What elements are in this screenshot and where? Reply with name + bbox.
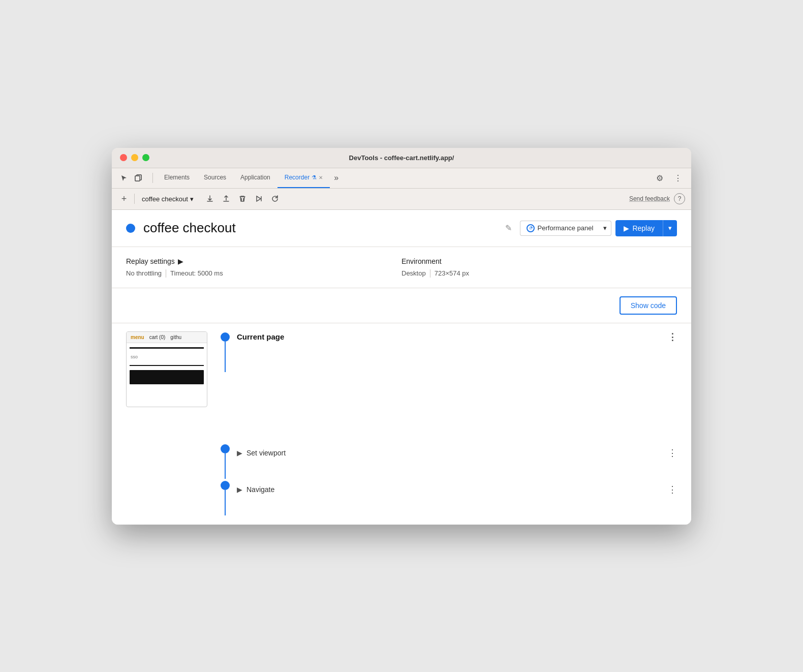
menu-icon[interactable]: ⋮	[671, 171, 685, 185]
delete-icon[interactable]	[235, 192, 250, 206]
recording-header: coffee checkout ✎ Performance panel	[112, 210, 691, 247]
traffic-lights	[120, 154, 149, 161]
recording-status-dot	[126, 224, 135, 233]
step-kebab-button-2[interactable]: ⋮	[668, 448, 677, 457]
step-info-2: ▶ Set viewport ⋮	[237, 443, 677, 457]
env-divider	[430, 269, 430, 278]
window-title: DevTools - coffee-cart.netlify.app/	[349, 154, 454, 162]
recorder-toolbar-right: Send feedback ?	[629, 193, 685, 204]
recorder-icon: ⚗	[312, 174, 317, 181]
step-line-1	[225, 342, 226, 372]
tab-list: Elements Sources Application Recorder ⚗ …	[157, 168, 653, 188]
maximize-button[interactable]	[142, 154, 149, 161]
step-arrow-3: ▶	[237, 485, 242, 494]
export-icon[interactable]	[203, 192, 217, 206]
chevron-down-icon: ▾	[603, 224, 607, 232]
settings-details: No throttling Timeout: 5000 ms	[126, 269, 402, 278]
step-timeline-3	[221, 480, 230, 515]
cursor-icon[interactable]	[118, 172, 130, 184]
settings-left: Replay settings ▶ No throttling Timeout:…	[126, 257, 402, 278]
svg-rect-3	[135, 176, 140, 181]
preview-dark-bar-2	[130, 365, 204, 366]
expand-icon: ▶	[178, 257, 183, 265]
environment-details: Desktop 723×574 px	[402, 269, 677, 278]
recorder-toolbar: + coffee checkout ▾	[112, 189, 691, 210]
close-button[interactable]	[120, 154, 127, 161]
performance-icon	[527, 224, 535, 232]
preview-black-block	[130, 370, 204, 384]
env-type: Desktop	[402, 269, 426, 277]
toolbar-divider-1	[152, 173, 153, 183]
tab-sources[interactable]: Sources	[197, 168, 233, 188]
send-feedback-link[interactable]: Send feedback	[629, 195, 670, 202]
tab-application[interactable]: Application	[233, 168, 277, 188]
replay-settings-toggle[interactable]: Replay settings ▶	[126, 257, 402, 265]
show-code-button[interactable]: Show code	[620, 296, 677, 315]
minimize-button[interactable]	[131, 154, 138, 161]
tab-more-icon[interactable]: »	[330, 168, 343, 188]
settings-divider	[166, 269, 166, 278]
step-preview: menu cart (0) githu sso	[126, 331, 212, 407]
preview-nav-menu: menu	[131, 334, 144, 340]
step-entry-set-viewport: ▶ Set viewport ⋮	[112, 443, 691, 480]
titlebar: DevTools - coffee-cart.netlify.app/	[112, 148, 691, 168]
env-size: 723×574 px	[435, 269, 469, 277]
replay-chevron-icon: ▾	[668, 224, 672, 232]
step-arrow-2: ▶	[237, 449, 242, 457]
add-recording-button[interactable]: +	[118, 193, 130, 205]
step-dot-1	[221, 332, 230, 342]
step-dot-2	[221, 444, 230, 453]
step-label-2: ▶ Set viewport ⋮	[237, 448, 677, 457]
preview-nav-cart: cart (0)	[149, 334, 166, 340]
throttle-label: No throttling	[126, 269, 162, 277]
recording-selector[interactable]: coffee checkout ▾	[139, 193, 197, 205]
step-entry-current-page: menu cart (0) githu sso	[112, 331, 691, 443]
play-step-icon[interactable]	[252, 192, 266, 206]
step-kebab-button-1[interactable]: ⋮	[668, 332, 677, 342]
edit-title-icon[interactable]: ✎	[505, 223, 512, 233]
recorder-actions	[203, 192, 282, 206]
timeout-label: Timeout: 5000 ms	[170, 269, 223, 277]
performance-panel-dropdown-button[interactable]: ▾	[599, 221, 611, 236]
replay-dropdown-button[interactable]: ▾	[663, 220, 677, 236]
preview-empty	[127, 386, 207, 407]
step-timeline-1	[221, 331, 230, 372]
replay-group: ▶ Replay ▾	[615, 220, 677, 236]
import-icon[interactable]	[219, 192, 233, 206]
performance-panel-button[interactable]: Performance panel	[520, 221, 600, 236]
tab-close-icon[interactable]: ✕	[319, 175, 323, 180]
replay-button[interactable]: ▶ Replay	[615, 220, 663, 236]
toolbar-right: ⚙ ⋮	[653, 171, 685, 185]
show-code-section: Show code	[112, 288, 691, 323]
step-line-2	[225, 453, 226, 479]
replay-play-icon: ▶	[624, 224, 629, 232]
recorder-toolbar-divider	[134, 194, 135, 204]
steps-area: menu cart (0) githu sso	[112, 323, 691, 525]
settings-icon[interactable]: ⚙	[653, 171, 667, 185]
recording-title: coffee checkout	[143, 220, 497, 236]
preview-label: sso	[127, 353, 207, 361]
preview-nav-bar: menu cart (0) githu	[127, 332, 207, 343]
step-timeline-2	[221, 443, 230, 479]
help-button[interactable]: ?	[674, 193, 685, 204]
tab-recorder[interactable]: Recorder ⚗ ✕	[277, 168, 330, 188]
dropdown-chevron-icon: ▾	[190, 195, 194, 203]
refresh-icon[interactable]	[268, 192, 282, 206]
step-kebab-button-3[interactable]: ⋮	[668, 485, 677, 494]
preview-dark-bar-1	[130, 347, 204, 349]
step-info-1: Current page ⋮	[237, 331, 677, 342]
settings-section: Replay settings ▶ No throttling Timeout:…	[112, 247, 691, 288]
settings-right: Environment Desktop 723×574 px	[402, 257, 677, 278]
step-info-3: ▶ Navigate ⋮	[237, 480, 677, 494]
devtools-window: DevTools - coffee-cart.netlify.app/	[112, 148, 691, 525]
devtools-toolbar: Elements Sources Application Recorder ⚗ …	[112, 168, 691, 189]
step-line-3	[225, 490, 226, 515]
tab-elements[interactable]: Elements	[157, 168, 197, 188]
step-label-3: ▶ Navigate ⋮	[237, 485, 677, 494]
preview-thumbnail: menu cart (0) githu sso	[126, 331, 207, 407]
header-right: Performance panel ▾ ▶ Replay ▾	[520, 220, 677, 236]
step-entry-navigate: ▶ Navigate ⋮	[112, 480, 691, 516]
copy-icon[interactable]	[132, 172, 144, 184]
preview-nav-github: githu	[170, 334, 181, 340]
nav-icons	[118, 172, 144, 184]
